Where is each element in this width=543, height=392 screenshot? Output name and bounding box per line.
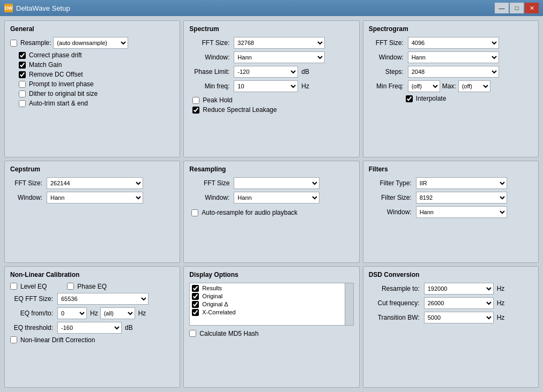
original-delta-checkbox[interactable] [192, 301, 199, 308]
spectrogram-steps-row: Steps: 2048 [369, 66, 533, 78]
spectrogram-minfreq-select[interactable]: (off) [408, 80, 440, 92]
correct-phase-checkbox[interactable] [19, 52, 26, 59]
spectrum-minfreq-row: Min freq: 10 Hz [189, 80, 353, 92]
spectrum-window-select[interactable]: Hann [234, 51, 325, 63]
spectrogram-window-row: Window: Hann [369, 51, 533, 63]
eq-from-select[interactable]: 0 [57, 307, 87, 319]
spectrum-title: Spectrum [189, 25, 353, 33]
filter-size-row: Filter Size: 8192 [369, 192, 533, 203]
spectrogram-max-select[interactable]: (off) [458, 80, 490, 92]
main-window: DW DeltaWave Setup — □ ✕ General Resampl… [0, 0, 543, 392]
md5-checkbox[interactable] [189, 330, 196, 337]
cepstrum-window-row: Window: Hann [10, 192, 174, 203]
titlebar-controls: — □ ✕ [495, 3, 539, 13]
correct-phase-row: Correct phase drift [10, 51, 174, 59]
reduce-spectral-label: Reduce Spectral Leakage [203, 106, 277, 114]
filter-type-select[interactable]: IIR [416, 177, 507, 189]
phase-eq-label: Phase EQ [77, 283, 107, 290]
resampling-panel: Resampling FFT Size Window: Hann Auto-re… [183, 161, 359, 262]
level-eq-checkbox[interactable] [10, 283, 17, 290]
display-listbox-container: Results Original Original Δ X-Correlated [189, 283, 353, 326]
nonlinear-drift-checkbox[interactable] [10, 336, 17, 343]
spectrogram-window-select[interactable]: Hann [408, 51, 499, 63]
spectrogram-minfreq-row: Min Freq: (off) Max: (off) [369, 80, 533, 92]
spectrogram-fft-select[interactable]: 4096 [408, 37, 499, 49]
resample-select[interactable]: (auto downsample) [53, 37, 128, 49]
interpolate-checkbox[interactable] [406, 95, 413, 102]
spectrum-minfreq-label: Min freq: [189, 82, 229, 90]
dsd-cutfreq-select[interactable]: 26000 [424, 297, 494, 309]
remove-dc-row: Remove DC Offset [10, 71, 174, 78]
spectrum-window-row: Window: Hann [189, 51, 353, 63]
filter-size-select[interactable]: 8192 [416, 192, 507, 203]
resampling-fft-row: FFT Size [189, 177, 353, 189]
listbox-scrollbar[interactable] [345, 283, 353, 325]
maximize-button[interactable]: □ [510, 3, 524, 13]
minimize-button[interactable]: — [495, 3, 509, 13]
dsd-transition-row: Transition BW: 5000 Hz [369, 312, 533, 323]
spectrum-panel: Spectrum FFT Size: 32768 Window: Hann Ph… [183, 20, 359, 157]
spectrogram-fft-label: FFT Size: [369, 39, 404, 47]
eq-threshold-row: EQ threshold: -160 dB [10, 322, 174, 334]
spectrogram-title: Spectrogram [369, 25, 533, 33]
level-eq-label: Level EQ [20, 283, 47, 290]
spectrum-phase-unit: dB [301, 68, 309, 76]
resampling-window-row: Window: Hann [189, 192, 353, 203]
list-item[interactable]: Original Δ [191, 300, 352, 308]
list-item[interactable]: Results [191, 284, 352, 292]
spectrum-phase-select[interactable]: -120 [234, 66, 298, 78]
md5-label: Calculate MD5 Hash [199, 330, 258, 337]
dither-checkbox[interactable] [19, 91, 26, 97]
match-gain-checkbox[interactable] [19, 62, 26, 69]
spectrum-fft-row: FFT Size: 32768 [189, 37, 353, 49]
results-checkbox[interactable] [192, 285, 199, 292]
auto-resample-checkbox[interactable] [191, 209, 198, 216]
resample-checkbox[interactable] [10, 40, 17, 47]
filter-window-select[interactable]: Hann [416, 206, 507, 218]
match-gain-label: Match Gain [29, 61, 62, 69]
list-item[interactable]: X-Correlated [191, 308, 352, 316]
spectrum-minfreq-select[interactable]: 10 [234, 80, 298, 92]
app-icon: DW [4, 4, 13, 12]
dsd-resample-select[interactable]: 192000 [424, 283, 494, 295]
filters-panel: Filters Filter Type: IIR Filter Size: 81… [363, 161, 539, 262]
auto-trim-checkbox[interactable] [19, 100, 26, 107]
cepstrum-window-select[interactable]: Hann [47, 192, 143, 203]
eq-fft-select[interactable]: 65536 [57, 293, 148, 305]
general-title: General [10, 25, 174, 33]
prompt-invert-checkbox[interactable] [19, 81, 26, 88]
resampling-fft-select[interactable] [234, 177, 319, 189]
spectrogram-panel: Spectrogram FFT Size: 4096 Window: Hann … [363, 20, 539, 157]
dither-label: Dither to original bit size [29, 90, 98, 97]
cepstrum-fft-row: FFT Size: 262144 [10, 177, 174, 189]
close-button[interactable]: ✕ [525, 3, 539, 13]
remove-dc-checkbox[interactable] [19, 71, 26, 78]
list-item[interactable]: Original [191, 292, 352, 300]
original-checkbox[interactable] [192, 293, 199, 300]
eq-to-select[interactable]: (all) [100, 307, 135, 319]
phase-eq-checkbox[interactable] [67, 283, 74, 290]
cepstrum-fft-select[interactable]: 262144 [47, 177, 143, 189]
dsd-panel: DSD Conversion Resample to: 192000 Hz Cu… [363, 266, 539, 388]
spectrum-fft-select[interactable]: 32768 [234, 37, 325, 49]
spectrogram-steps-select[interactable]: 2048 [408, 66, 499, 78]
match-gain-row: Match Gain [10, 61, 174, 69]
dsd-cutfreq-row: Cut frequency: 26000 Hz [369, 297, 533, 309]
xcorrelated-checkbox[interactable] [192, 309, 199, 316]
dither-row: Dither to original bit size [10, 90, 174, 97]
filter-window-label: Window: [369, 208, 412, 216]
display-listbox[interactable]: Results Original Original Δ X-Correlated [190, 283, 353, 325]
interpolate-label: Interpolate [416, 95, 447, 102]
xcorrelated-label: X-Correlated [202, 309, 235, 315]
eq-type-row: Level EQ Phase EQ [10, 283, 174, 290]
dsd-transition-select[interactable]: 5000 [424, 312, 494, 323]
reduce-spectral-checkbox[interactable] [192, 107, 199, 114]
resampling-fft-label: FFT Size [189, 179, 229, 187]
resampling-window-select[interactable]: Hann [234, 192, 319, 203]
eq-threshold-select[interactable]: -160 [57, 322, 122, 334]
resampling-title: Resampling [189, 165, 353, 173]
spectrogram-minfreq-label: Min Freq: [369, 82, 404, 90]
titlebar-title: DeltaWave Setup [16, 4, 70, 12]
peak-hold-checkbox[interactable] [192, 97, 199, 104]
cepstrum-title: Cepstrum [10, 165, 174, 173]
